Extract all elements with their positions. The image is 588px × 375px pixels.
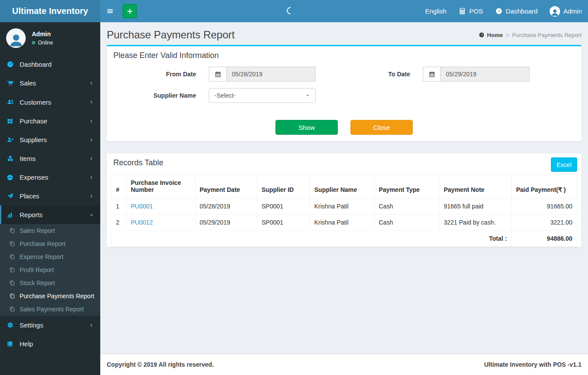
to-date-group [423,67,530,82]
payment-note-cell: 3221 Paid by cash. [439,215,512,231]
sidebar-item-purchase-report[interactable]: Purchase Report [0,237,100,250]
column-header-paid-payment[interactable]: Paid Payment(₹ ) [512,174,577,198]
user-panel: Admin Online [0,22,100,55]
to-date-input[interactable] [440,67,530,82]
excel-export-button[interactable]: Excel [551,157,577,172]
sidebar-item-expense-report[interactable]: Expense Report [0,250,100,263]
user-menu[interactable]: Admin [544,0,588,22]
close-button[interactable]: Close [350,120,413,135]
sidebar-item-purchase[interactable]: Purchase [0,112,100,130]
sidebar-toggle-button[interactable] [100,0,120,22]
sidebar-item-places[interactable]: Places [0,187,100,205]
user-name: Admin [32,31,53,38]
cart-icon [7,79,18,87]
footer: Copyright © 2019 All rights reserved. Ul… [100,354,588,375]
content-header: Purchase Payments Report Home > Purchase… [100,22,588,45]
copy-icon [9,293,16,300]
column-header-supplier-id[interactable]: Supplier ID [257,174,310,198]
chevron-left-icon [89,81,94,86]
app-root: Ultimate Inventory English POS Dashboa [0,0,588,375]
column-header-index[interactable]: # [112,174,126,198]
top-navbar: English POS Dashboard Admin [100,0,588,22]
sidebar-menu: Dashboard Sales Customers Purchase [0,55,100,353]
column-header-payment-date[interactable]: Payment Date [195,174,257,198]
supplier-select[interactable]: -Select- [209,88,316,103]
filter-panel: Please Enter Valid Information From Date… [107,45,581,141]
sidebar-item-suppliers[interactable]: Suppliers [0,130,100,149]
total-label: Total : [112,231,512,247]
main-content: Please Enter Valid Information From Date… [100,45,588,354]
sidebar-item-expenses[interactable]: Expenses [0,168,100,187]
payment-date-cell: 05/29/2019 [195,215,257,231]
page-title: Purchase Payments Report [107,29,235,41]
quick-add-button[interactable] [122,4,137,18]
navbar-right-menu: English POS Dashboard Admin [419,0,588,22]
calendar-icon[interactable] [209,67,226,82]
from-date-input[interactable] [226,67,316,82]
payment-type-cell: Cash [374,215,439,231]
dashboard-link[interactable]: Dashboard [489,0,544,22]
pos-link[interactable]: POS [452,0,489,22]
sidebar-item-sales[interactable]: Sales [0,74,100,92]
table-header-row: # Purchase Invoice Number Payment Date S… [112,174,577,198]
speedometer-icon [495,7,503,15]
sidebar-item-items[interactable]: Items [0,149,100,168]
filter-form: From Date To Date [107,64,581,111]
breadcrumb-current: Purchase Payments Report [512,32,581,38]
sidebar-item-purchase-payments-report[interactable]: Purchase Payments Report [0,290,100,303]
sidebar: Admin Online Dashboard Sales [0,22,100,375]
sidebar-item-profit-report[interactable]: Profit Report [0,263,100,276]
sidebar-item-help[interactable]: Help [0,334,100,353]
row-index: 1 [112,198,126,215]
column-header-supplier-name[interactable]: Supplier Name [310,174,374,198]
version-text: Ultimate Inventory with POS -v1.1 [484,361,581,368]
chevron-left-icon [89,156,94,161]
online-dot-icon [32,41,35,44]
supplier-id-cell: SP0001 [257,215,310,231]
calendar-icon[interactable] [423,67,440,82]
sidebar-item-reports[interactable]: Reports [0,205,100,224]
sidebar-item-stock-report[interactable]: Stock Report [0,276,100,290]
copyright-text: Copyright © 2019 All rights reserved. [107,361,214,368]
grid-icon [7,118,18,125]
filter-panel-title: Please Enter Valid Information [107,46,581,64]
table-row: 1 PU0001 05/28/2019 SP0001 Krishna Patil… [112,198,577,215]
brand-logo[interactable]: Ultimate Inventory [0,0,100,22]
invoice-link[interactable]: PU0001 [131,203,153,210]
chevron-left-icon [89,194,94,199]
language-menu[interactable]: English [419,0,452,22]
supplier-id-cell: SP0001 [257,198,310,215]
reports-submenu: Sales Report Purchase Report Expense Rep… [0,224,100,316]
paid-payment-cell: 91665.00 [512,198,577,215]
column-header-payment-note[interactable]: Payment Note [439,174,512,198]
sidebar-item-dashboard[interactable]: Dashboard [0,55,100,74]
copy-icon [9,227,16,234]
copy-icon [9,240,16,247]
table-total-row: Total : 94886.00 [112,231,577,247]
breadcrumb: Home > Purchase Payments Report [479,32,581,38]
breadcrumb-home-link[interactable]: Home [479,32,503,38]
user-icon [8,31,24,48]
sidebar-item-settings[interactable]: Settings [0,316,100,334]
copy-icon [9,280,16,286]
invoice-link[interactable]: PU0012 [131,219,153,226]
gear-icon [7,321,18,329]
sidebar-item-sales-report[interactable]: Sales Report [0,224,100,237]
users-icon [7,98,18,106]
sidebar-item-customers[interactable]: Customers [0,92,100,112]
chevron-left-icon [89,175,94,180]
content-wrapper: Purchase Payments Report Home > Purchase… [100,22,588,375]
loading-spinner-icon [285,5,296,16]
avatar [550,6,560,17]
top-header: Ultimate Inventory English POS Dashboa [0,0,588,22]
user-plus-icon [7,136,18,143]
to-date-label: To Date [334,71,410,78]
sidebar-item-sales-payments-report[interactable]: Sales Payments Report [0,303,100,316]
breadcrumb-separator: > [506,32,509,38]
column-header-payment-type[interactable]: Payment Type [374,174,439,198]
payment-note-cell: 91665 full paid [439,198,512,215]
calculator-icon [459,7,466,15]
show-button[interactable]: Show [275,120,338,135]
minus-circle-icon [7,174,18,181]
column-header-invoice[interactable]: Purchase Invoice Number [126,174,195,198]
